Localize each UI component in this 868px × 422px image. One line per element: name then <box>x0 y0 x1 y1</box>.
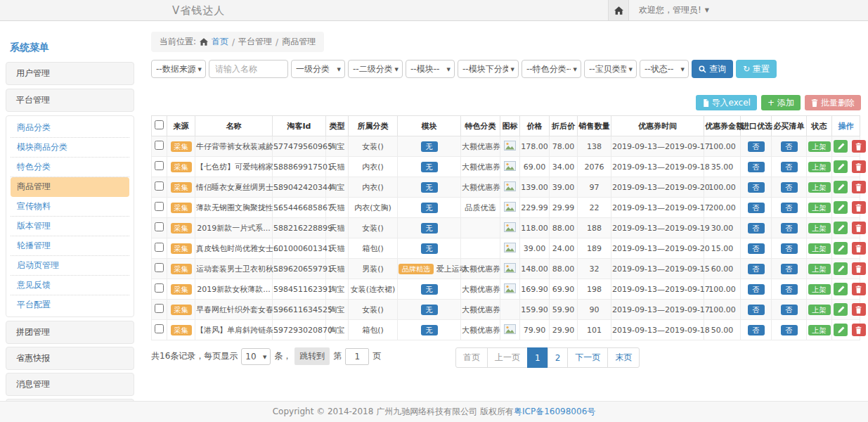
edit-button[interactable] <box>834 140 848 153</box>
delete-button[interactable] <box>852 140 866 153</box>
page-button[interactable]: 1 <box>527 347 548 368</box>
icp-link[interactable]: 粤ICP备16098006号 <box>514 406 595 418</box>
edit-button[interactable] <box>834 201 848 214</box>
edit-button[interactable] <box>834 242 848 255</box>
module-subcategory-select[interactable]: --模块下分类-- <box>458 60 518 77</box>
delete-button[interactable] <box>852 262 866 275</box>
import-badge[interactable]: 否 <box>748 203 765 213</box>
sidebar-item[interactable]: 消息管理 <box>6 373 134 396</box>
sidebar-subitem[interactable]: 模块商品分类 <box>11 138 129 158</box>
add-button[interactable]: + 添加 <box>761 95 801 110</box>
delete-button[interactable] <box>852 303 866 316</box>
must-buy-badge[interactable]: 否 <box>781 325 798 335</box>
page-button[interactable]: 下一页 <box>567 347 608 368</box>
per-page-select[interactable]: 10 <box>242 349 270 364</box>
sidebar-item[interactable]: 省惠快报 <box>6 347 134 370</box>
status-badge[interactable]: 上架 <box>808 182 831 193</box>
row-checkbox[interactable] <box>155 263 164 272</box>
import-badge[interactable]: 否 <box>748 305 765 315</box>
sidebar-subitem[interactable]: 宣传物料 <box>11 197 129 217</box>
edit-button[interactable] <box>834 181 848 193</box>
must-buy-badge[interactable]: 否 <box>781 243 798 254</box>
status-badge[interactable]: 上架 <box>808 284 831 295</box>
home-button[interactable] <box>608 0 629 20</box>
import-badge[interactable]: 否 <box>748 141 765 152</box>
sidebar-subitem[interactable]: 商品管理 <box>11 177 129 197</box>
name-search-input[interactable] <box>209 60 288 78</box>
delete-button[interactable] <box>852 201 866 214</box>
page-button[interactable]: 2 <box>548 347 569 368</box>
import-badge[interactable]: 否 <box>748 162 765 172</box>
page-number-input[interactable] <box>345 348 369 365</box>
edit-button[interactable] <box>834 222 848 234</box>
must-buy-badge[interactable]: 否 <box>781 162 798 172</box>
sidebar-subitem[interactable]: 启动页管理 <box>11 256 129 276</box>
edit-button[interactable] <box>834 283 848 295</box>
import-badge[interactable]: 否 <box>748 182 765 193</box>
breadcrumb-home-link[interactable]: 首页 <box>212 36 228 48</box>
must-buy-badge[interactable]: 否 <box>781 141 798 152</box>
caret-down-icon[interactable]: ▼ <box>705 7 709 13</box>
sidebar-item[interactable]: 拼团管理 <box>6 321 134 344</box>
select-all-checkbox[interactable] <box>155 120 164 129</box>
status-badge[interactable]: 上架 <box>808 223 831 234</box>
sidebar-subitem[interactable]: 轮播管理 <box>11 236 129 256</box>
status-badge[interactable]: 上架 <box>808 264 831 274</box>
edit-button[interactable] <box>834 324 848 336</box>
level1-category-select[interactable]: 一级分类 <box>292 60 344 77</box>
sidebar-subitem[interactable]: 商品分类 <box>11 118 129 138</box>
sidebar-subitem[interactable]: 意见反馈 <box>11 276 129 295</box>
import-badge[interactable]: 否 <box>748 264 765 274</box>
delete-button[interactable] <box>852 222 866 234</box>
sidebar-subitem[interactable]: 版本管理 <box>11 217 129 236</box>
reset-button[interactable]: ↻ 重置 <box>736 60 777 78</box>
row-checkbox[interactable] <box>155 161 164 170</box>
status-badge[interactable]: 上架 <box>808 162 831 172</box>
delete-button[interactable] <box>852 242 866 255</box>
row-checkbox[interactable] <box>155 324 164 333</box>
must-buy-badge[interactable]: 否 <box>781 264 798 274</box>
row-checkbox[interactable] <box>155 304 164 313</box>
import-excel-button[interactable]: 导入excel <box>696 95 757 110</box>
edit-button[interactable] <box>834 262 848 275</box>
edit-button[interactable] <box>834 303 848 316</box>
delete-button[interactable] <box>852 160 866 173</box>
row-checkbox[interactable] <box>155 283 164 293</box>
delete-button[interactable] <box>852 283 866 295</box>
batch-delete-button[interactable]: 批量删除 <box>805 95 861 110</box>
must-buy-badge[interactable]: 否 <box>781 284 798 295</box>
row-checkbox[interactable] <box>155 202 164 211</box>
status-badge[interactable]: 上架 <box>808 203 831 213</box>
feature-category-select[interactable]: --特色分类-- <box>522 60 581 77</box>
must-buy-badge[interactable]: 否 <box>781 305 798 315</box>
must-buy-badge[interactable]: 否 <box>781 203 798 213</box>
must-buy-badge[interactable]: 否 <box>781 182 798 193</box>
delete-button[interactable] <box>852 181 866 193</box>
level2-category-select[interactable]: --二级分类-- <box>349 60 402 77</box>
status-badge[interactable]: 上架 <box>808 141 831 152</box>
query-button[interactable]: 查询 <box>692 60 733 78</box>
import-badge[interactable]: 否 <box>748 284 765 295</box>
row-checkbox[interactable] <box>155 243 164 252</box>
import-badge[interactable]: 否 <box>748 243 765 254</box>
must-buy-badge[interactable]: 否 <box>781 223 798 234</box>
status-select[interactable]: --状态-- <box>640 60 688 77</box>
row-checkbox[interactable] <box>155 181 164 191</box>
status-badge[interactable]: 上架 <box>808 305 831 315</box>
sidebar-item[interactable]: 用户管理 <box>6 62 134 85</box>
import-badge[interactable]: 否 <box>748 223 765 234</box>
data-source-select[interactable]: --数据来源-- <box>152 60 205 77</box>
sidebar-subitem[interactable]: 特色分类 <box>11 158 129 177</box>
page-button[interactable]: 末页 <box>607 347 640 368</box>
sidebar-item[interactable]: 平台管理 <box>6 89 134 112</box>
status-badge[interactable]: 上架 <box>808 325 831 335</box>
sidebar-subitem[interactable]: 平台配置 <box>11 295 129 314</box>
module-select[interactable]: --模块-- <box>406 60 454 77</box>
item-type-select[interactable]: --宝贝类型-- <box>585 60 636 77</box>
status-badge[interactable]: 上架 <box>808 243 831 254</box>
jump-button[interactable]: 跳转到 <box>294 347 330 365</box>
delete-button[interactable] <box>852 324 866 336</box>
row-checkbox[interactable] <box>155 222 164 231</box>
import-badge[interactable]: 否 <box>748 325 765 335</box>
edit-button[interactable] <box>834 160 848 173</box>
